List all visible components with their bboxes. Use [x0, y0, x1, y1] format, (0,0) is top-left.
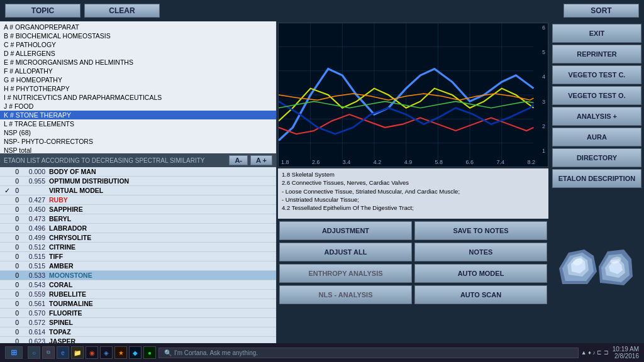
app3-icon[interactable]: ◆	[129, 346, 142, 359]
cortana-icon[interactable]: ○	[28, 346, 40, 359]
folder-icon[interactable]: 📁	[71, 346, 84, 359]
etalon-row-2[interactable]: ✓0VIRTUAL MODEL	[0, 186, 276, 195]
etalon-row-16[interactable]: 00.572SPINEL	[0, 318, 276, 327]
reprinter-btn[interactable]: REPRINTER	[552, 45, 641, 63]
topic-item-H[interactable]: H # PHYTOTHERAPY	[0, 84, 276, 93]
vegeto-c-btn[interactable]: VEGETO TEST C.	[552, 65, 641, 84]
left-panel: A # ORGANOPREPARATB # BIOCHEMICAL HOMEOS…	[0, 21, 277, 343]
etalon-row-13[interactable]: 00.559RUBELLITE	[0, 290, 276, 299]
etalon-val: 0.570	[21, 309, 49, 317]
taskbar-quick-launch: ○ ⧉ e 📁 ◉ ◈ ★ ◆ ●	[28, 346, 156, 359]
date-display: 2/8/2016	[613, 353, 639, 359]
etalon-desc-btn[interactable]: ETALON DESCRIPTION	[552, 169, 641, 188]
etalon-row-9[interactable]: 00.515TIFF	[0, 252, 276, 261]
etalon-row-7[interactable]: 00.499CHRYSOLITE	[0, 233, 276, 243]
etalon-row-14[interactable]: 00.561TOURMALINE	[0, 299, 276, 309]
etalon-name: SAPPHIRE	[49, 206, 274, 213]
etalon-num: 0	[11, 272, 21, 279]
start-button[interactable]: ⊞	[5, 346, 23, 359]
etalon-row-1[interactable]: 00.955OPTIMUM DISTRIBUTION	[0, 177, 276, 186]
task-view-icon[interactable]: ⧉	[42, 346, 55, 359]
save-to-notes-btn[interactable]: SAVE TO NOTES	[414, 221, 547, 240]
tray-icons: ▲ ♦ ♪ ⊏ ⊐	[581, 349, 609, 356]
topic-item-NSP68[interactable]: NSP (68)	[0, 128, 276, 137]
vegeto-o-btn[interactable]: VEGETO TEST O.	[552, 86, 641, 105]
etalon-row-8[interactable]: 00.512CITRINE	[0, 243, 276, 252]
topic-item-NSPt[interactable]: NSP total	[0, 146, 276, 153]
nls-btn[interactable]: NLS - ANALYSIS	[279, 285, 412, 304]
chart-area: 6 5 4 3 2 1 1.8 2.6 3.4 4.2 4.9 5.8 6.6 …	[278, 23, 548, 167]
exit-btn[interactable]: EXIT	[552, 24, 641, 43]
etalon-row-15[interactable]: 00.570FLUORITE	[0, 309, 276, 318]
etalon-val: 0.515	[21, 253, 49, 260]
topic-item-E[interactable]: E # MICROORGANISMS AND HELMINTHS	[0, 58, 276, 67]
etalon-row-11[interactable]: 00.533MOONSTONE	[0, 271, 276, 280]
topic-item-C[interactable]: C # PATHOLOGY	[0, 40, 276, 49]
topic-item-B[interactable]: B # BIOCHEMICAL HOMEOSTASIS	[0, 31, 276, 40]
x-label-4.9: 4.9	[404, 159, 413, 165]
topic-item-NSP-P[interactable]: NSP- PHYTO-CORRECTORS	[0, 137, 276, 146]
etalon-row-12[interactable]: 00.543CORAL	[0, 280, 276, 290]
app2-icon[interactable]: ★	[114, 346, 127, 359]
etalon-row-5[interactable]: 00.473BERYL	[0, 214, 276, 224]
etalon-val: 0.561	[21, 300, 49, 307]
y-axis-labels: 6 5 4 3 2 1	[542, 23, 545, 155]
topic-item-K[interactable]: K # STONE THERAPY	[0, 111, 276, 119]
etalon-row-0[interactable]: 00.000BODY OF MAN	[0, 167, 276, 177]
app4-icon[interactable]: ●	[143, 346, 156, 359]
etalon-name: BODY OF MAN	[49, 168, 274, 175]
etalon-num: 0	[11, 309, 21, 317]
etalon-row-18[interactable]: 00.623JASPER	[0, 337, 276, 343]
topic-item-I[interactable]: I # NUTRICEVTICS AND PARAPHARMACEUTICALS	[0, 93, 276, 102]
taskbar: ⊞ ○ ⧉ e 📁 ◉ ◈ ★ ◆ ● 🔍 I'm Cortana. Ask m…	[0, 343, 644, 362]
etalon-row-4[interactable]: 00.450SAPPHIRE	[0, 205, 276, 214]
analysis-plus-btn[interactable]: ANALYSIS +	[552, 107, 641, 126]
sort-button[interactable]: SORT	[564, 4, 639, 18]
etalon-val: 0.499	[21, 234, 49, 241]
topic-button[interactable]: TOPIC	[5, 4, 80, 18]
aura-btn[interactable]: AURA	[552, 128, 641, 146]
y-label-4: 4	[542, 74, 545, 80]
etalon-num: 0	[11, 187, 21, 194]
topic-item-D[interactable]: D # ALLERGENS	[0, 49, 276, 58]
topic-item-J[interactable]: J # FOOD	[0, 102, 276, 111]
etalon-list: 00.000BODY OF MAN00.955OPTIMUM DISTRIBUT…	[0, 167, 276, 343]
etaon-minus-btn[interactable]: A-	[229, 155, 248, 165]
etalon-row-6[interactable]: 00.496LABRADOR	[0, 224, 276, 233]
etaon-plus-btn[interactable]: A +	[250, 155, 272, 165]
etalon-val: 0.000	[21, 168, 49, 175]
topic-item-L[interactable]: L # TRACE ELEMENTS	[0, 119, 276, 128]
etalon-name: RUBY	[49, 196, 274, 204]
notes-btn[interactable]: NOTES	[414, 243, 547, 261]
chrome-icon[interactable]: ◉	[86, 346, 98, 359]
etalon-val: 0.450	[21, 206, 49, 213]
center-panel: 6 5 4 3 2 1 1.8 2.6 3.4 4.2 4.9 5.8 6.6 …	[277, 21, 550, 343]
etalon-name: JASPER	[49, 337, 274, 343]
etalon-num: 0	[11, 215, 21, 222]
clear-button[interactable]: CLEAR	[84, 4, 160, 18]
topic-item-F[interactable]: F # ALLOPATHY	[0, 67, 276, 75]
topic-item-G[interactable]: G # HOMEOPATHY	[0, 75, 276, 84]
enthropy-btn[interactable]: ENTHROPY ANALYSIS	[279, 264, 412, 283]
etalon-name: FLUORITE	[49, 309, 274, 317]
etalon-name: MOONSTONE	[49, 272, 274, 279]
auto-scan-btn[interactable]: AUTO SCAN	[414, 285, 547, 304]
adjustment-btn[interactable]: ADJUSTMENT	[279, 221, 412, 240]
directory-btn[interactable]: DIRECTORY	[552, 148, 641, 167]
etalon-name: OPTIMUM DISTRIBUTION	[49, 177, 274, 185]
etalon-num: 0	[11, 243, 21, 251]
app1-icon[interactable]: ◈	[100, 346, 113, 359]
adjust-all-btn[interactable]: ADJUST ALL	[279, 243, 412, 261]
auto-model-btn[interactable]: AUTO MODEL	[414, 264, 547, 283]
ie-icon[interactable]: e	[57, 346, 69, 359]
x-label-7.4: 7.4	[496, 159, 504, 165]
topic-item-A[interactable]: A # ORGANOPREPARAT	[0, 23, 276, 31]
etalon-row-17[interactable]: 00.614TOPAZ	[0, 327, 276, 337]
etalon-row-3[interactable]: 00.427RUBY	[0, 195, 276, 205]
search-icon: 🔍	[164, 349, 172, 356]
cortana-search[interactable]: 🔍 I'm Cortana. Ask me anything.	[158, 348, 579, 358]
etalon-name: CORAL	[49, 281, 274, 288]
y-label-5: 5	[542, 49, 545, 55]
etalon-row-10[interactable]: 00.515AMBER	[0, 261, 276, 271]
x-label-8.2: 8.2	[527, 159, 535, 165]
